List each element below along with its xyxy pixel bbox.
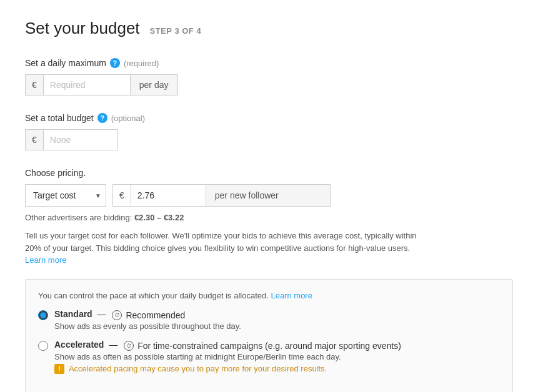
accelerated-warning: ! Accelerated pacing may cause you to pa…: [54, 364, 500, 374]
daily-max-input-group: € per day: [25, 74, 513, 96]
accelerated-radio-desc: Show ads as often as possible starting a…: [54, 352, 500, 361]
daily-max-currency: €: [25, 74, 43, 96]
total-budget-help-icon[interactable]: ?: [97, 113, 107, 123]
standard-radio-label[interactable]: Standard — ⏱ Recommended Show ads as eve…: [38, 309, 500, 331]
pricing-row: Target cost Maximum bid ▼ € per new foll…: [25, 184, 513, 207]
daily-max-section: Set a daily maximum ? (required) € per d…: [25, 58, 513, 96]
daily-max-suffix: per day: [131, 74, 178, 96]
accelerated-radio-label[interactable]: Accelerated — ⏱ For time-constrained cam…: [38, 340, 500, 374]
pacing-info-text: You can control the pace at which your d…: [38, 291, 500, 300]
total-budget-section: Set a total budget ? (optional) €: [25, 113, 513, 150]
page-title: Set your budget: [25, 19, 140, 38]
accelerated-radio-content: Accelerated — ⏱ For time-constrained cam…: [54, 340, 500, 374]
accelerated-radio-title: Accelerated — ⏱ For time-constrained cam…: [54, 340, 500, 351]
daily-max-input[interactable]: [43, 74, 131, 96]
standard-radio-input[interactable]: [38, 310, 48, 320]
page-header: Set your budget STEP 3 OF 4: [25, 19, 513, 38]
pricing-section: Choose pricing. Target cost Maximum bid …: [25, 168, 513, 267]
total-budget-label: Set a total budget ? (optional): [25, 113, 513, 123]
accelerated-clock-icon: ⏱: [124, 341, 134, 351]
standard-option: Standard — ⏱ Recommended Show ads as eve…: [38, 309, 500, 331]
pricing-learn-more-link[interactable]: Learn more: [25, 255, 66, 265]
per-follower-label: per new follower: [206, 184, 331, 207]
standard-radio-desc: Show ads as evenly as possible throughou…: [54, 321, 500, 331]
standard-radio-content: Standard — ⏱ Recommended Show ads as eve…: [54, 309, 500, 331]
accelerated-radio-input[interactable]: [38, 341, 48, 351]
cost-amount-input[interactable]: [131, 184, 206, 207]
standard-radio-title: Standard — ⏱ Recommended: [54, 309, 500, 320]
daily-max-badge: (required): [124, 59, 159, 68]
step-indicator: STEP 3 OF 4: [150, 26, 202, 36]
pricing-description: Tell us your target cost for each follow…: [25, 230, 425, 267]
total-budget-input-group: €: [25, 129, 513, 150]
cost-currency: €: [112, 184, 131, 207]
total-budget-input[interactable]: [43, 129, 118, 150]
accelerated-option: Accelerated — ⏱ For time-constrained cam…: [38, 340, 500, 374]
pricing-type-select[interactable]: Target cost Maximum bid: [25, 184, 106, 207]
daily-max-label: Set a daily maximum ? (required): [25, 58, 513, 68]
standard-clock-icon: ⏱: [112, 310, 122, 320]
bid-range: Other advertisers are bidding: €2.30 – €…: [25, 213, 513, 222]
pacing-box: You can control the pace at which your d…: [25, 279, 513, 393]
total-budget-badge: (optional): [111, 114, 145, 123]
pricing-section-label: Choose pricing.: [25, 168, 513, 178]
total-budget-currency: €: [25, 129, 43, 150]
daily-max-help-icon[interactable]: ?: [110, 58, 120, 68]
pricing-type-wrapper: Target cost Maximum bid ▼: [25, 184, 106, 207]
pacing-learn-more-link[interactable]: Learn more: [271, 291, 312, 300]
warning-icon: !: [54, 364, 64, 374]
cost-input-group: € per new follower: [112, 184, 331, 207]
